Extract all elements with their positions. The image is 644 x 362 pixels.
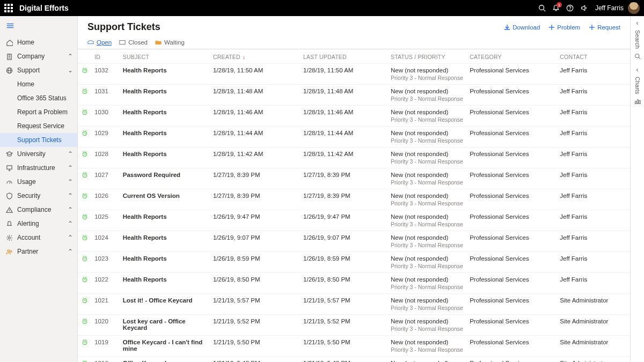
sidebar-item-support[interactable]: Support⌄: [0, 63, 77, 77]
svg-line-36: [85, 88, 86, 89]
column-header[interactable]: CATEGORY: [466, 49, 557, 64]
sidebar-item-usage[interactable]: Usage⌃: [0, 175, 77, 189]
alarm-icon: [78, 64, 91, 85]
svg-line-75: [83, 256, 84, 256]
sidebar-item-security[interactable]: Security⌃: [0, 189, 77, 203]
svg-rect-26: [120, 41, 125, 45]
download-button[interactable]: Download: [504, 24, 540, 31]
ticket-contact: Site Administrator: [557, 294, 630, 315]
table-row[interactable]: 1018Office Keycard -1/21/19, 5:48 PM1/21…: [78, 357, 630, 363]
tab-open[interactable]: Open: [87, 37, 112, 49]
gauge-icon: [5, 178, 13, 186]
sidebar-item-request-service[interactable]: Request Service: [0, 119, 77, 133]
svg-line-35: [83, 88, 84, 89]
alarm-icon: [78, 336, 91, 357]
ticket-id: 1028: [91, 147, 120, 168]
sidebar-item-office-365-status[interactable]: Office 365 Status: [0, 91, 77, 105]
announce-icon[interactable]: [577, 1, 591, 15]
sidebar-item-label: Home: [17, 80, 73, 88]
svg-line-30: [83, 68, 84, 68]
ticket-contact: Jeff Farris: [557, 64, 630, 85]
ticket-contact: Jeff Farris: [557, 273, 630, 294]
table-row[interactable]: 1022Health Reports1/26/19, 8:50 PM1/26/1…: [78, 273, 630, 294]
sidebar-item-partner[interactable]: Partner⌃: [0, 245, 77, 258]
sidebar-item-home[interactable]: Home: [0, 77, 77, 91]
rail-search-label: Search: [634, 30, 641, 49]
svg-line-55: [83, 172, 84, 173]
svg-line-41: [85, 109, 86, 110]
table-row[interactable]: 1031Health Reports1/28/19, 11:48 AM1/28/…: [78, 85, 630, 106]
table-row[interactable]: 1029Health Reports1/28/19, 11:44 AM1/28/…: [78, 127, 630, 147]
app-launcher-icon[interactable]: [4, 4, 13, 12]
notifications-icon[interactable]: 1: [549, 1, 563, 15]
chevron-up-icon: ⌃: [68, 248, 73, 255]
rail-search[interactable]: ‹ Search: [631, 16, 644, 63]
ticket-created: 1/28/19, 11:48 AM: [210, 85, 300, 106]
globe-icon: [5, 67, 13, 74]
alarm-icon: [78, 273, 91, 294]
tab-closed[interactable]: Closed: [119, 37, 148, 49]
bell-icon: [5, 220, 13, 227]
table-row[interactable]: 1021Lost it! - Office Keycard1/21/19, 5:…: [78, 294, 630, 315]
help-icon[interactable]: [563, 1, 577, 15]
sidebar-item-alerting[interactable]: Alerting⌃: [0, 217, 77, 231]
sidebar-item-company[interactable]: Company⌃: [0, 49, 77, 63]
rail-charts[interactable]: ‹ Charts: [631, 63, 644, 108]
ticket-category: Professional Services: [466, 336, 557, 357]
ticket-status: New (not responded)Priority 3 - Normal R…: [387, 85, 466, 106]
table-row[interactable]: 1025Health Reports1/26/19, 9:47 PM1/26/1…: [78, 210, 630, 231]
ticket-updated: 1/28/19, 11:46 AM: [300, 106, 387, 127]
table-row[interactable]: 1019Office Keycard - I can't find mine1/…: [78, 336, 630, 357]
svg-line-80: [83, 277, 84, 277]
sidebar-item-label: Office 365 Status: [17, 94, 73, 102]
request-button[interactable]: Request: [589, 24, 620, 31]
ticket-subject: Password Required: [120, 168, 210, 189]
ticket-updated: 1/21/19, 5:50 PM: [300, 336, 387, 357]
ticket-category: Professional Services: [466, 189, 557, 210]
column-header[interactable]: STATUS / PRIORITY: [387, 49, 466, 64]
sidebar-item-infrastructure[interactable]: Infrastructure⌃: [0, 161, 77, 175]
alarm-icon: [78, 189, 91, 210]
column-header[interactable]: SUBJECT: [120, 49, 210, 64]
svg-point-21: [10, 250, 11, 252]
alarm-icon: [78, 252, 91, 273]
sidebar-item-university[interactable]: University⌃: [0, 147, 77, 161]
table-row[interactable]: 1023Health Reports1/26/19, 8:59 PM1/26/1…: [78, 252, 630, 273]
svg-line-51: [85, 151, 86, 152]
sidebar-item-compliance[interactable]: Compliance⌃: [0, 203, 77, 217]
avatar[interactable]: [628, 2, 640, 14]
ticket-id: 1029: [91, 127, 120, 147]
column-header[interactable]: ID: [91, 49, 120, 64]
table-row[interactable]: 1028Health Reports1/28/19, 11:42 AM1/28/…: [78, 147, 630, 168]
table-row[interactable]: 1030Health Reports1/28/19, 11:46 AM1/28/…: [78, 106, 630, 127]
ticket-contact: Jeff Farris: [557, 147, 630, 168]
table-row[interactable]: 1024Health Reports1/26/19, 9:07 PM1/26/1…: [78, 231, 630, 252]
sidebar-item-home[interactable]: Home: [0, 35, 77, 49]
sidebar-item-label: Partner: [17, 248, 68, 255]
sidebar-item-label: Security: [17, 192, 68, 200]
chevron-up-icon: ⌃: [68, 192, 73, 200]
sidebar-item-account[interactable]: Account⌃: [0, 231, 77, 245]
table-row[interactable]: 1027Password Required1/27/19, 8:39 PM1/2…: [78, 168, 630, 189]
download-label: Download: [513, 24, 540, 31]
search-icon[interactable]: [535, 1, 549, 15]
column-header[interactable]: LAST UPDATED: [300, 49, 387, 64]
view-tabs: Open Closed Waiting: [87, 37, 620, 49]
ticket-grid[interactable]: IDSUBJECTCREATEDLAST UPDATEDSTATUS / PRI…: [78, 49, 630, 362]
column-header[interactable]: [78, 49, 91, 64]
hamburger-icon[interactable]: [0, 19, 77, 35]
ticket-category: Professional Services: [466, 168, 557, 189]
table-row[interactable]: 1020Lost key card - Office Keycard1/21/1…: [78, 315, 630, 336]
table-row[interactable]: 1032Health Reports1/28/19, 11:50 AM1/28/…: [78, 64, 630, 85]
alarm-icon: [78, 168, 91, 189]
svg-line-65: [83, 214, 84, 215]
sidebar-item-support-tickets[interactable]: Support Tickets: [0, 133, 77, 147]
column-header[interactable]: CONTACT: [557, 49, 630, 64]
ticket-category: Professional Services: [466, 64, 557, 85]
tab-waiting[interactable]: Waiting: [155, 37, 185, 49]
svg-point-3: [569, 10, 570, 10]
problem-button[interactable]: Problem: [548, 24, 580, 31]
sidebar-item-report-a-problem[interactable]: Report a Problem: [0, 105, 77, 119]
column-header[interactable]: CREATED: [210, 49, 300, 64]
table-row[interactable]: 1026Current OS Version1/27/19, 8:39 PM1/…: [78, 189, 630, 210]
